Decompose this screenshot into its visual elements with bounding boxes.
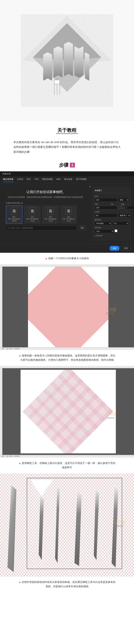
- preset-card-2[interactable]: 自定 870 x 500 像素 @ 72 ppi: [42, 206, 59, 224]
- orient-landscape-icon[interactable]: [121, 206, 124, 209]
- svg-point-17: [56, 78, 58, 80]
- colormode-label: 颜色模式: [95, 219, 129, 221]
- ruler-left: [0, 267, 2, 347]
- artboard: [20, 370, 116, 454]
- preset-row: 默认 960 x 560 像素 @ 150 ppi 自定 400 x 400 像…: [3, 206, 89, 224]
- dialog-left-pane: 让我们开始尝试新事物吧。 从您自己的文档设置，预先设置格式的文档预设或者一些免费…: [3, 187, 89, 241]
- preset-name: 自定: [67, 216, 70, 218]
- preset-name: 默认: [13, 216, 16, 218]
- preset-card-3[interactable]: 自定 165 x 197 像素 @ 72 ppi: [61, 206, 77, 224]
- preset-size: 870 x 500 像素 @ 72 ppi: [44, 218, 57, 222]
- preset-size: 165 x 197 像素 @ 72 ppi: [62, 218, 75, 222]
- dialog-headline: 让我们开始尝试新事物吧。: [3, 190, 89, 194]
- height-label: 高度: [95, 203, 107, 206]
- bg-label: 背景内容: [95, 226, 129, 229]
- shapes-on-grid: U川韭优优教程网: [0, 474, 134, 576]
- preset-card-1[interactable]: 自定 400 x 400 像素 @ 72 ppi: [24, 206, 41, 224]
- colormode-select[interactable]: RGB 颜色: [95, 222, 111, 225]
- step-number-badge: 1: [70, 163, 75, 168]
- tab-film[interactable]: 胶片和视频: [76, 178, 86, 182]
- bg-swatch[interactable]: [115, 230, 117, 232]
- tab-web[interactable]: Web: [56, 178, 61, 182]
- detail-title: 未标题-1: [95, 189, 129, 193]
- status-bar: 文档：1 @ 100%（RGB/8#）: [0, 347, 134, 350]
- resolution-input[interactable]: [95, 214, 117, 217]
- canvas-screenshot-2: U川韭优优教程网 文档：1 @ 100%（RGB/8#）: [0, 366, 134, 458]
- tab-recent[interactable]: 最近使用项: [3, 178, 13, 182]
- preset-size: 400 x 400 像素 @ 72 ppi: [25, 218, 39, 222]
- tab-mobile[interactable]: 移动设备: [64, 178, 72, 182]
- svg-marker-6: [54, 46, 58, 78]
- new-document-dialog: 新建文档 最近使用项 已保存 照片 打印 图稿和插图 Web 移动设备 胶片和视…: [0, 171, 134, 253]
- preset-card-0[interactable]: 默认 960 x 560 像素 @ 150 ppi: [6, 206, 22, 224]
- ruler-top: [0, 366, 134, 368]
- orient-portrait-icon[interactable]: [118, 206, 121, 209]
- hero-diamond: [21, 14, 113, 107]
- close-button[interactable]: 关闭: [121, 246, 131, 251]
- caption-4: 在制作里面的形状的时候先分析形状的构成，然后通过钢笔工具勾出这里是直基本的直线，…: [0, 576, 134, 592]
- tab-saved[interactable]: 已保存: [17, 178, 23, 182]
- dialog-subtext: 从您自己的文档设置，预先设置格式的文档预设或者一些免费的模板开始以实现最佳效果。: [3, 196, 89, 199]
- tab-art[interactable]: 图稿和插图: [42, 178, 53, 182]
- svg-rect-13: [54, 80, 60, 84]
- presets-label: 您最近使用的项目 (4): [6, 202, 89, 204]
- go-button[interactable]: 前往: [78, 226, 86, 230]
- svg-marker-8: [64, 42, 68, 76]
- pink-diamond-guide: [28, 267, 108, 347]
- preset-size: 960 x 560 像素 @ 150 ppi: [7, 218, 21, 222]
- svg-marker-7: [58, 46, 63, 78]
- unit-select[interactable]: 像素: [118, 198, 129, 202]
- bg-select[interactable]: 白色: [95, 230, 114, 233]
- preset-icon: [48, 207, 54, 215]
- advanced-toggle[interactable]: ▸ 高级选项: [95, 234, 129, 237]
- ruler-left: [0, 368, 2, 455]
- resolution-label: 分辨率: [95, 211, 129, 213]
- stock-search-input[interactable]: [6, 226, 77, 230]
- tab-photo[interactable]: 照片: [27, 178, 31, 182]
- preset-icon: [66, 207, 72, 215]
- preset-name: 自定: [49, 216, 52, 218]
- preset-icon: [29, 207, 35, 215]
- rock-shard-1: [7, 485, 16, 572]
- isometric-crater-svg: [21, 14, 113, 107]
- canvas-screenshot-1: U川韭优优教程网 文档：1 @ 100%（RGB/8#）: [0, 264, 134, 350]
- orient-label: 方向: [110, 203, 118, 206]
- tab-print[interactable]: 打印: [35, 178, 39, 182]
- caption-3: 使用钢笔工具，在网格上面勾出形状。这里可以不拘泥于一模一样，做出参差不齐的感觉即…: [0, 458, 134, 474]
- svg-marker-12: [85, 52, 89, 81]
- svg-marker-10: [74, 46, 79, 78]
- hatched-grid-diamond: [23, 370, 114, 454]
- create-button[interactable]: 创建: [110, 246, 119, 251]
- res-unit-select[interactable]: 像素/英寸: [118, 214, 131, 217]
- dialog-tabs: 最近使用项 已保存 照片 打印 图稿和插图 Web 移动设备 胶片和视频: [0, 176, 134, 184]
- svg-marker-5: [48, 52, 52, 81]
- hero-illustration: [0, 0, 134, 121]
- about-title-section: 关于教程: [0, 121, 134, 137]
- close-icon[interactable]: ×: [89, 185, 91, 188]
- svg-marker-11: [79, 46, 83, 78]
- svg-marker-4: [43, 52, 48, 81]
- svg-marker-9: [68, 42, 73, 76]
- preset-name: 自定: [31, 216, 34, 218]
- preset-icon: [11, 207, 17, 215]
- artboards-input[interactable]: [125, 206, 134, 209]
- ruler-top: [0, 264, 134, 267]
- dialog-detail-pane: 未标题-1 宽度 像素 高度 方向 画板: [92, 187, 131, 241]
- artboards-label: 画板: [121, 203, 129, 206]
- status-bar: 文档：1 @ 100%（RGB/8#）: [0, 455, 134, 458]
- caption-1: 创建一个1200X1200像素大小的画布: [0, 253, 134, 264]
- step-header: 步骤 1: [0, 159, 134, 171]
- intro-paragraph: 本次教程内容主要来自 Ivo van de Grift 的作品。我非常欣赏他们的…: [0, 137, 134, 159]
- about-heading: 关于教程: [56, 127, 78, 134]
- height-input[interactable]: [95, 206, 117, 209]
- step-label: 步骤: [59, 162, 69, 168]
- artboard: [28, 267, 108, 347]
- bit-select[interactable]: 8 位: [112, 222, 129, 225]
- caption-2: 接着创建一条角度为-139度的直线并修改颜色。这里我用的是红色方便我观察，所以大…: [0, 350, 134, 366]
- dialog-titlebar: 新建文档: [0, 171, 134, 176]
- width-input[interactable]: [95, 198, 117, 202]
- width-label: 宽度: [95, 195, 129, 198]
